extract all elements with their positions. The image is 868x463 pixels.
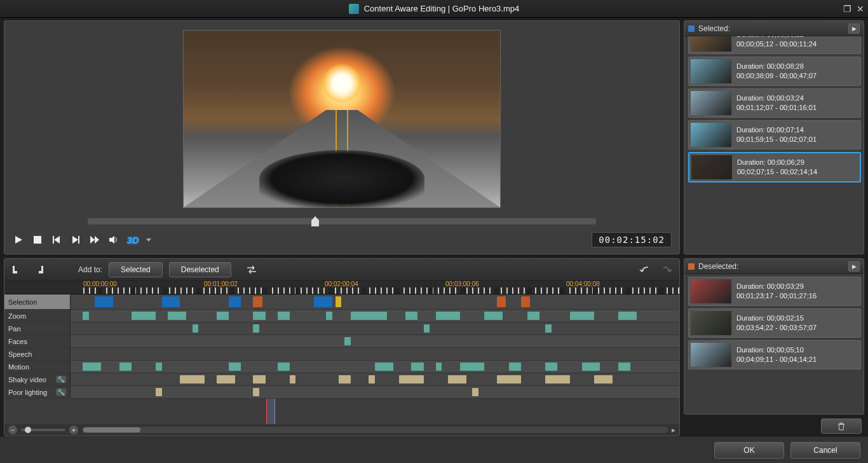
segment[interactable] <box>594 375 613 384</box>
timeline-hscroll[interactable] <box>82 427 668 433</box>
ok-button[interactable]: OK <box>714 442 784 459</box>
delete-button[interactable] <box>821 418 862 434</box>
segment[interactable] <box>217 312 229 320</box>
track-lane[interactable] <box>71 310 679 322</box>
segment[interactable] <box>497 375 521 384</box>
segment[interactable] <box>405 312 417 320</box>
segment[interactable] <box>278 312 290 320</box>
segment[interactable] <box>119 363 132 371</box>
play-deselected-button[interactable]: ▶ <box>848 261 860 272</box>
segment[interactable] <box>436 312 460 320</box>
step-fwd-button[interactable] <box>69 233 82 246</box>
step-back-button[interactable] <box>50 233 63 246</box>
segment[interactable] <box>253 324 259 333</box>
segment[interactable] <box>229 296 241 307</box>
segment[interactable] <box>521 296 530 307</box>
mark-out-button[interactable] <box>31 263 46 277</box>
cancel-button[interactable]: Cancel <box>790 442 860 459</box>
segment[interactable] <box>83 363 101 371</box>
zoom-in-button[interactable]: + <box>69 425 78 434</box>
segment[interactable] <box>95 296 113 307</box>
preview-scrubber[interactable] <box>88 218 596 225</box>
segment[interactable] <box>83 312 89 320</box>
segment[interactable] <box>314 296 332 307</box>
track-lane[interactable] <box>71 294 679 309</box>
segment[interactable] <box>460 363 484 371</box>
segment[interactable] <box>156 363 162 371</box>
clip-item[interactable]: Duration: 00;00;03;2400;01;12;07 - 00;01… <box>688 88 861 118</box>
segment[interactable] <box>436 363 442 371</box>
segment[interactable] <box>168 312 186 320</box>
zoom-out-button[interactable]: − <box>8 425 17 434</box>
segment[interactable] <box>217 375 235 384</box>
track-lane[interactable] <box>71 322 679 335</box>
restore-icon[interactable]: ❐ <box>843 4 851 14</box>
segment[interactable] <box>472 388 478 396</box>
mark-in-button[interactable] <box>10 263 25 277</box>
segment[interactable] <box>545 375 569 384</box>
scroll-right-icon[interactable]: ▸ <box>672 425 675 434</box>
segment[interactable] <box>156 388 162 396</box>
track-lane[interactable] <box>71 361 679 373</box>
segment[interactable] <box>497 296 506 307</box>
segment[interactable] <box>253 375 265 384</box>
video-preview[interactable] <box>183 30 501 208</box>
scrubber-thumb[interactable] <box>311 216 319 226</box>
segment[interactable] <box>339 375 351 384</box>
add-selected-button[interactable]: Selected <box>109 262 163 277</box>
clip-item[interactable]: Duration: 00;00;03;1200;00;05;12 - 00;00… <box>688 36 861 54</box>
swap-button[interactable] <box>244 263 259 277</box>
segment[interactable] <box>132 312 156 320</box>
redo-button[interactable] <box>659 263 674 277</box>
segment[interactable] <box>351 312 387 320</box>
segment[interactable] <box>399 375 423 384</box>
undo-button[interactable] <box>637 263 653 277</box>
segment[interactable] <box>424 324 430 333</box>
clip-item[interactable]: Duration: 00;00;06;2900;02;07;15 - 00;02… <box>688 152 861 183</box>
segment[interactable] <box>369 375 375 384</box>
wrench-icon[interactable]: 🔧 <box>56 376 66 383</box>
segment[interactable] <box>545 324 552 333</box>
segment[interactable] <box>162 296 180 307</box>
timeline-ruler[interactable]: 00;00;00;0000;01;00;0200;02;00;0400;03;0… <box>4 280 679 294</box>
play-selected-button[interactable]: ▶ <box>848 24 860 34</box>
segment[interactable] <box>326 312 332 320</box>
fast-fwd-button[interactable] <box>88 233 101 246</box>
3d-button[interactable]: 3D <box>126 233 139 246</box>
segment[interactable] <box>278 363 290 371</box>
segment[interactable] <box>527 312 539 320</box>
clip-item[interactable]: Duration: 00;00;05;1000;04;09;11 - 00;04… <box>688 340 861 370</box>
track-lane[interactable] <box>71 373 679 385</box>
add-deselected-button[interactable]: Deselected <box>169 262 231 277</box>
track-lane[interactable] <box>71 335 679 347</box>
segment[interactable] <box>344 337 351 345</box>
volume-button[interactable] <box>107 233 120 246</box>
track-lane[interactable] <box>71 386 679 398</box>
wrench-icon[interactable]: 🔧 <box>56 389 66 396</box>
3d-dropdown-icon[interactable] <box>146 233 152 246</box>
segment[interactable] <box>570 312 594 320</box>
segment[interactable] <box>290 375 296 384</box>
segment[interactable] <box>484 312 503 320</box>
play-button[interactable] <box>12 233 25 246</box>
close-icon[interactable]: ✕ <box>857 4 864 14</box>
segment[interactable] <box>448 375 466 384</box>
segment[interactable] <box>411 363 423 371</box>
clip-item[interactable]: Duration: 00;00;03;2900;01;23;17 - 00;01… <box>688 277 861 306</box>
segment[interactable] <box>618 312 637 320</box>
segment[interactable] <box>545 363 557 371</box>
segment[interactable] <box>582 363 600 371</box>
segment[interactable] <box>618 363 630 371</box>
segment[interactable] <box>253 312 265 320</box>
segment[interactable] <box>193 324 199 333</box>
segment[interactable] <box>253 296 262 307</box>
segment[interactable] <box>509 363 521 371</box>
segment[interactable] <box>336 296 342 307</box>
zoom-slider[interactable] <box>21 429 65 431</box>
segment[interactable] <box>229 363 241 371</box>
track-lane[interactable] <box>71 348 679 360</box>
segment[interactable] <box>180 375 204 384</box>
stop-button[interactable] <box>31 233 44 246</box>
segment[interactable] <box>375 363 393 371</box>
clip-item[interactable]: Duration: 00;00;07;1400;01;59;15 - 00;02… <box>688 120 861 149</box>
